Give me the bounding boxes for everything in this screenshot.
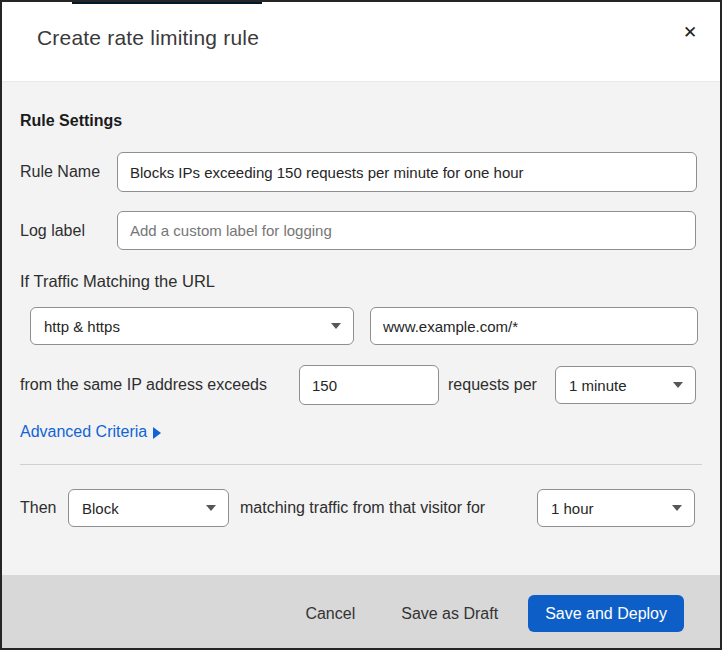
traffic-matching-heading: If Traffic Matching the URL	[20, 270, 215, 292]
chevron-down-icon	[331, 323, 341, 329]
chevron-down-icon	[672, 505, 682, 511]
dialog-footer: Cancel Save as Draft Save and Deploy	[2, 575, 720, 650]
save-as-draft-button[interactable]: Save as Draft	[401, 597, 498, 631]
expand-right-arrow-icon	[153, 427, 161, 439]
threshold-prefix-text: from the same IP address exceeds	[20, 374, 267, 396]
duration-select-value: 1 hour	[551, 500, 594, 517]
scheme-select-value: http & https	[44, 318, 120, 335]
section-divider	[20, 464, 702, 465]
period-select[interactable]: 1 minute	[555, 366, 696, 404]
rule-name-input[interactable]	[117, 152, 697, 192]
advanced-criteria-label: Advanced Criteria	[20, 423, 147, 441]
dialog-body: Rule Settings Rule Name Log label If Tra…	[2, 82, 720, 575]
action-suffix-text: matching traffic from that visitor for	[240, 497, 485, 519]
requests-per-text: requests per	[448, 374, 537, 396]
scheme-select[interactable]: http & https	[30, 307, 354, 345]
chevron-down-icon	[673, 382, 683, 388]
chevron-down-icon	[206, 505, 216, 511]
rule-name-label: Rule Name	[20, 161, 100, 183]
log-label-label: Log label	[20, 220, 85, 242]
log-label-input[interactable]	[117, 211, 696, 250]
advanced-criteria-link[interactable]: Advanced Criteria	[20, 423, 161, 441]
cancel-button[interactable]: Cancel	[305, 597, 355, 631]
period-select-value: 1 minute	[569, 377, 627, 394]
url-pattern-input[interactable]	[370, 307, 698, 345]
then-label: Then	[20, 497, 56, 519]
rule-settings-heading: Rule Settings	[20, 112, 122, 130]
duration-select[interactable]: 1 hour	[537, 489, 695, 527]
create-rate-limiting-rule-dialog: Create rate limiting rule ✕ Rule Setting…	[0, 0, 722, 650]
action-select-value: Block	[82, 500, 119, 517]
close-icon[interactable]: ✕	[677, 19, 703, 45]
dialog-header: Create rate limiting rule ✕	[2, 4, 720, 82]
action-select[interactable]: Block	[68, 489, 229, 527]
dialog-title: Create rate limiting rule	[37, 26, 259, 50]
requests-count-input[interactable]	[299, 365, 439, 405]
save-and-deploy-button[interactable]: Save and Deploy	[528, 595, 684, 632]
